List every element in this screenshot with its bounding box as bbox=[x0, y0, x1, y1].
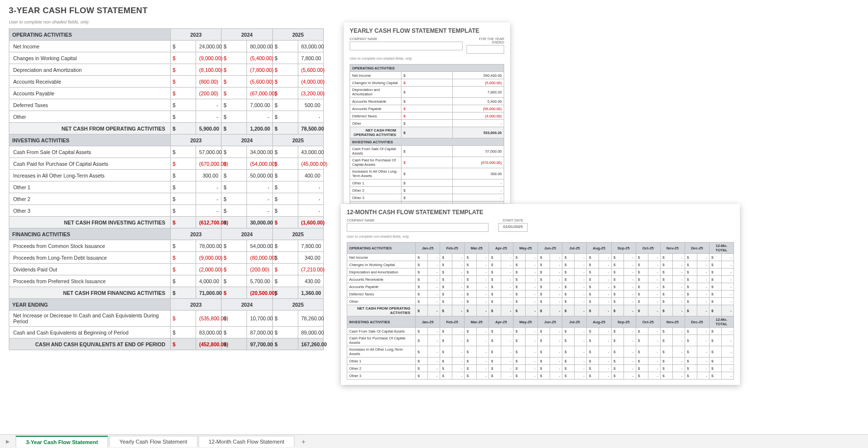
cell-value[interactable]: - bbox=[623, 358, 636, 365]
cell-value[interactable]: - bbox=[550, 365, 562, 372]
cell-value[interactable]: (200.00) bbox=[247, 264, 272, 275]
cell-value[interactable]: - bbox=[721, 276, 734, 283]
cell-value[interactable]: - bbox=[721, 269, 734, 276]
cell-value[interactable]: - bbox=[196, 99, 222, 111]
cell-value[interactable]: 7,800.20 bbox=[453, 87, 504, 98]
cell-value[interactable]: - bbox=[477, 335, 489, 346]
cell-value[interactable]: 83,000.00 bbox=[196, 327, 222, 338]
cell-value[interactable]: 500.00 bbox=[298, 99, 323, 111]
cell-value[interactable]: - bbox=[526, 365, 538, 372]
cell-value[interactable]: 4,000.00 bbox=[196, 275, 222, 287]
cell-value[interactable]: - bbox=[298, 181, 323, 193]
cell-value[interactable]: - bbox=[428, 346, 440, 358]
cell-value[interactable]: 57,000.00 bbox=[453, 146, 504, 157]
cell-value[interactable]: - bbox=[575, 358, 587, 365]
cell-value[interactable]: 87,000.00 bbox=[247, 327, 272, 338]
cell-value[interactable]: - bbox=[599, 358, 611, 365]
cell-value[interactable]: - bbox=[599, 372, 611, 380]
cell-value[interactable]: - bbox=[501, 291, 513, 298]
cell-value[interactable]: - bbox=[721, 291, 734, 298]
cell-value[interactable]: - bbox=[477, 276, 489, 283]
cell-value[interactable]: (670,000.00) bbox=[453, 157, 504, 168]
cell-value[interactable]: - bbox=[428, 372, 440, 380]
cell-value[interactable]: - bbox=[428, 269, 440, 276]
cell-value[interactable]: - bbox=[501, 346, 513, 358]
cell-value[interactable]: - bbox=[599, 365, 611, 372]
cell-value[interactable]: - bbox=[575, 335, 587, 346]
cell-value[interactable]: 400.00 bbox=[298, 170, 323, 181]
cell-value[interactable]: - bbox=[623, 372, 636, 380]
company-name-input[interactable] bbox=[350, 42, 463, 50]
cell-value[interactable]: - bbox=[452, 283, 465, 291]
cell-value[interactable]: - bbox=[721, 298, 734, 305]
cell-value[interactable]: - bbox=[721, 328, 734, 335]
cell-value[interactable]: - bbox=[196, 205, 222, 217]
cell-value[interactable]: - bbox=[697, 261, 709, 269]
cell-value[interactable]: - bbox=[672, 328, 685, 335]
cell-value[interactable]: - bbox=[648, 372, 660, 380]
cell-value[interactable]: (200.00) bbox=[196, 88, 222, 99]
cell-value[interactable]: - bbox=[648, 346, 660, 358]
cell-value[interactable]: - bbox=[247, 193, 272, 205]
tab-add[interactable]: + bbox=[295, 436, 311, 448]
cell-value[interactable]: - bbox=[428, 365, 440, 372]
tab-3year[interactable]: 3-Year Cash Flow Statement bbox=[16, 436, 108, 448]
cell-value[interactable]: - bbox=[477, 283, 489, 291]
cell-value[interactable]: - bbox=[672, 254, 685, 261]
cell-value[interactable]: (3,200.00) bbox=[298, 88, 323, 99]
cell-value[interactable]: - bbox=[672, 291, 685, 298]
cell-value[interactable]: - bbox=[428, 335, 440, 346]
cell-value[interactable]: (67,000.00) bbox=[247, 88, 272, 99]
cell-value[interactable]: - bbox=[452, 298, 465, 305]
cell-value[interactable]: - bbox=[550, 254, 562, 261]
cell-value[interactable]: - bbox=[453, 179, 504, 187]
cell-value[interactable]: - bbox=[623, 276, 636, 283]
cell-value[interactable]: - bbox=[697, 254, 709, 261]
cell-value[interactable]: - bbox=[452, 276, 465, 283]
cell-value[interactable]: - bbox=[526, 261, 538, 269]
cell-value[interactable]: 24,000.00 bbox=[196, 41, 222, 52]
cell-value[interactable]: - bbox=[428, 283, 440, 291]
cell-value[interactable]: 300.00 bbox=[453, 168, 504, 179]
cell-value[interactable]: - bbox=[599, 283, 611, 291]
cell-value[interactable]: - bbox=[672, 346, 685, 358]
cell-value[interactable]: - bbox=[599, 261, 611, 269]
cell-value[interactable]: - bbox=[501, 254, 513, 261]
cell-value[interactable]: - bbox=[672, 261, 685, 269]
cell-value[interactable]: - bbox=[526, 298, 538, 305]
cell-value[interactable]: - bbox=[501, 335, 513, 346]
cell-value[interactable]: - bbox=[697, 283, 709, 291]
cell-value[interactable]: - bbox=[452, 269, 465, 276]
cell-value[interactable]: - bbox=[672, 365, 685, 372]
cell-value[interactable]: - bbox=[623, 283, 636, 291]
cell-value[interactable]: - bbox=[672, 298, 685, 305]
cell-value[interactable]: (7,210.00) bbox=[298, 264, 323, 275]
cell-value[interactable]: (45,000.00) bbox=[298, 158, 323, 170]
cell-value[interactable]: - bbox=[623, 365, 636, 372]
cell-value[interactable]: - bbox=[721, 261, 734, 269]
cell-value[interactable]: - bbox=[599, 276, 611, 283]
cell-value[interactable]: - bbox=[526, 346, 538, 358]
cell-value[interactable]: - bbox=[672, 335, 685, 346]
cell-value[interactable]: - bbox=[526, 276, 538, 283]
cell-value[interactable]: - bbox=[575, 269, 587, 276]
cell-value[interactable]: (9,000.00) bbox=[453, 112, 504, 120]
cell-value[interactable]: - bbox=[721, 372, 734, 380]
cell-value[interactable]: - bbox=[428, 254, 440, 261]
cell-value[interactable]: - bbox=[526, 358, 538, 365]
cell-value[interactable]: 590,400.00 bbox=[453, 72, 504, 79]
cell-value[interactable]: - bbox=[575, 298, 587, 305]
cell-value[interactable]: 50,000.00 bbox=[247, 170, 272, 181]
cell-value[interactable]: - bbox=[526, 283, 538, 291]
cell-value[interactable]: 7,000.00 bbox=[247, 99, 272, 111]
cell-value[interactable]: - bbox=[477, 358, 489, 365]
cell-value[interactable]: - bbox=[550, 346, 562, 358]
cell-value[interactable]: - bbox=[697, 372, 709, 380]
cell-value[interactable]: - bbox=[247, 205, 272, 217]
cell-value[interactable]: - bbox=[452, 328, 465, 335]
cell-value[interactable]: - bbox=[672, 358, 685, 365]
cell-value[interactable]: (800.00) bbox=[196, 76, 222, 88]
cell-value[interactable]: - bbox=[697, 291, 709, 298]
cell-value[interactable]: - bbox=[648, 335, 660, 346]
cell-value[interactable]: - bbox=[648, 298, 660, 305]
